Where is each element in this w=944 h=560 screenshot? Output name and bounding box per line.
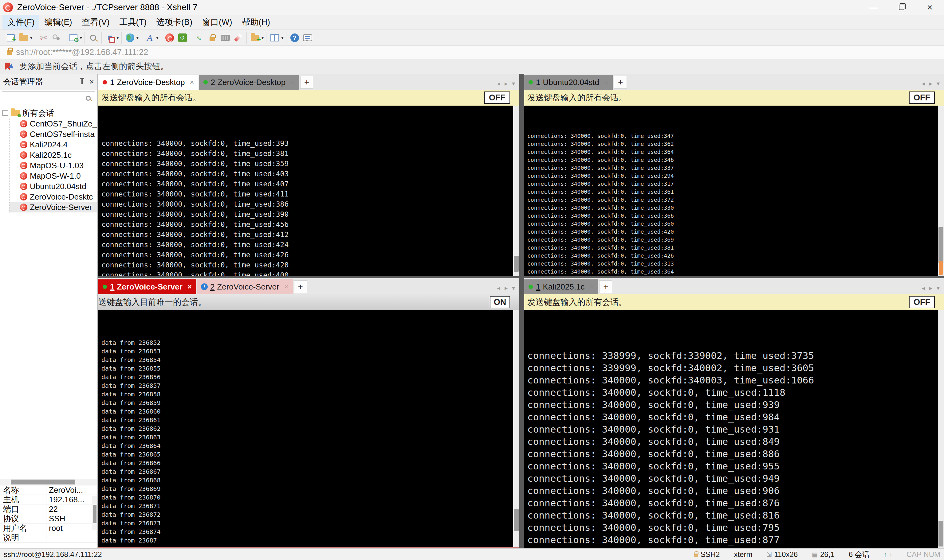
minimize-button[interactable]: — [859,0,887,15]
session-properties-caret[interactable]: ▾ [80,35,82,40]
tab-scroll-right-icon[interactable]: ▸ [504,284,507,292]
broadcast-toggle-button[interactable]: ON [490,296,510,308]
session-tree-item[interactable]: CentOS7self-insta [9,129,97,139]
reconnect-icon[interactable] [51,32,62,44]
tab-scroll-left-icon[interactable]: ◂ [922,80,925,87]
tab-close-icon[interactable]: × [284,283,288,291]
scrollbar-thumb[interactable] [514,509,519,531]
new-file-transfer-icon[interactable] [104,32,116,44]
font-icon[interactable]: A [144,32,156,44]
help-icon[interactable]: ? [289,32,301,44]
tab-ubuntu-1[interactable]: 1 Ubuntu20.04std × [524,75,613,90]
menu-item[interactable]: 查看(V) [77,15,114,29]
tab-menu-icon[interactable]: ▾ [936,284,940,292]
new-tab-button[interactable]: + [294,280,307,293]
new-tab-button[interactable]: + [599,280,612,293]
terminal-top-left[interactable]: connections: 340000, sockfd:0, time_used… [98,106,519,276]
new-tab-button[interactable]: + [614,76,627,89]
open-folder-caret[interactable]: ▾ [30,35,32,40]
tab-scroll-right-icon[interactable]: ▸ [929,284,932,292]
tab-close-icon[interactable]: × [187,283,192,291]
message-icon[interactable] [302,32,313,44]
tab-menu-icon[interactable]: ▾ [512,284,515,292]
properties-vscroll-thumb[interactable] [93,505,97,523]
new-tab-button[interactable]: + [300,76,313,89]
layout-caret[interactable]: ▾ [281,35,284,40]
terminal-bottom-left[interactable]: data from 236852data from 236853data fro… [98,310,519,547]
tab-close-icon[interactable]: × [589,283,594,291]
terminal-scrollbar-bottom-right[interactable] [938,310,944,548]
new-session-icon[interactable] [5,32,17,44]
tab-menu-icon[interactable]: ▾ [512,80,515,87]
upload-arrow-icon[interactable]: ↑ [884,551,887,558]
session-tree-item[interactable]: MapOS-W-1.0 [9,171,97,181]
xftp-icon[interactable]: ↺ [177,32,188,44]
tab-scroll-left-icon[interactable]: ◂ [497,284,500,292]
menu-item[interactable]: 窗口(W) [197,15,237,29]
tab-close-icon[interactable]: × [190,78,194,86]
tree-root-row[interactable]: − 所有会话 [0,108,97,118]
tab-menu-icon[interactable]: ▾ [936,80,940,87]
session-manager-close-icon[interactable]: × [89,77,94,86]
tab-zerovoice-desktop-2[interactable]: 2 ZeroVoice-Desktop × [199,75,299,90]
highlight-icon[interactable] [232,32,244,44]
tab-close-icon[interactable]: × [290,78,295,86]
sidebar-horizontal-scrollbar[interactable] [0,479,97,485]
session-tree-item[interactable]: Kali2024.4 [9,139,97,150]
lock-icon[interactable] [207,32,218,44]
scrollbar-thumb[interactable] [514,256,519,272]
terminal-bottom-right[interactable]: connections: 338999, sockfd:339002, time… [524,310,944,548]
session-tree-item[interactable]: CentOS7_ShuiZe_ [9,118,97,129]
download-arrow-icon[interactable]: ↓ [889,551,892,558]
tab-close-icon[interactable]: × [604,78,608,86]
pin-icon[interactable] [82,79,83,84]
tab-scroll-left-icon[interactable]: ◂ [497,80,500,87]
broadcast-toggle-button[interactable]: OFF [909,296,935,308]
session-tree-item[interactable]: Ubuntu20.04std [9,181,97,192]
tab-kali-1[interactable]: 1 Kali2025.1c × [524,279,598,294]
web-browser-icon[interactable] [124,32,136,44]
broadcast-toggle-button[interactable]: OFF [909,91,935,104]
menu-item[interactable]: 编辑(E) [39,15,77,29]
disconnect-icon[interactable]: ✂ [38,32,49,44]
tree-expander-icon[interactable]: − [3,110,8,116]
web-caret[interactable]: ▾ [136,35,139,40]
xshell-icon[interactable] [164,32,176,44]
restore-button[interactable] [887,0,916,15]
session-properties-icon[interactable] [68,32,79,44]
session-tree-item[interactable]: MapOS-U-1.03 [9,160,97,171]
session-search-input[interactable] [2,94,86,103]
address-bar[interactable]: ssh://root:******@192.168.47.111:22 [0,45,944,59]
tab-zerovoice-server-1[interactable]: 1 ZeroVoice-Server × [98,279,196,294]
tab-zerovoice-desktop-1[interactable]: 1 ZeroVoice-Desktop × [98,75,199,90]
tab-zerovoice-server-2[interactable]: ! 2 ZeroVoice-Server × [197,279,293,294]
menu-item[interactable]: 选项卡(B) [151,15,197,29]
terminal-scrollbar-top-left[interactable] [513,106,519,276]
new-folder-caret[interactable]: ▾ [262,35,264,40]
session-tree-item[interactable]: Kali2025.1c [9,150,97,160]
find-icon[interactable] [87,32,99,44]
terminal-top-right[interactable]: connections: 340000, sockfd:0, time_used… [524,106,944,276]
broadcast-toggle-button[interactable]: OFF [484,91,510,104]
transfer-caret[interactable]: ▾ [116,35,119,40]
session-tree-item[interactable]: ZeroVoice-Server [9,202,97,212]
tab-scroll-right-icon[interactable]: ▸ [929,80,932,87]
close-button[interactable]: × [916,0,944,15]
sidebar-hscroll-thumb[interactable] [11,480,75,485]
tab-scroll-left-icon[interactable]: ◂ [922,284,925,292]
layout-icon[interactable] [269,32,281,44]
new-folder-icon[interactable] [249,32,261,44]
properties-vertical-scrollbar[interactable] [92,496,97,530]
virtual-keyboard-icon[interactable] [219,32,231,44]
font-caret[interactable]: ▾ [156,35,159,40]
menu-item[interactable]: 工具(T) [114,15,151,29]
fullscreen-icon[interactable]: ⇔ [191,29,208,46]
scrollbar-thumb[interactable] [938,227,943,263]
terminal-scrollbar-bottom-left[interactable] [513,310,519,547]
tab-scroll-right-icon[interactable]: ▸ [504,80,507,87]
session-tree-item[interactable]: ZeroVoice-Desktc [9,192,97,202]
scrollbar-thumb[interactable] [938,521,943,546]
terminal-scrollbar-top-right[interactable] [938,106,944,276]
open-folder-icon[interactable] [18,32,29,44]
menu-item[interactable]: 帮助(H) [237,15,275,29]
